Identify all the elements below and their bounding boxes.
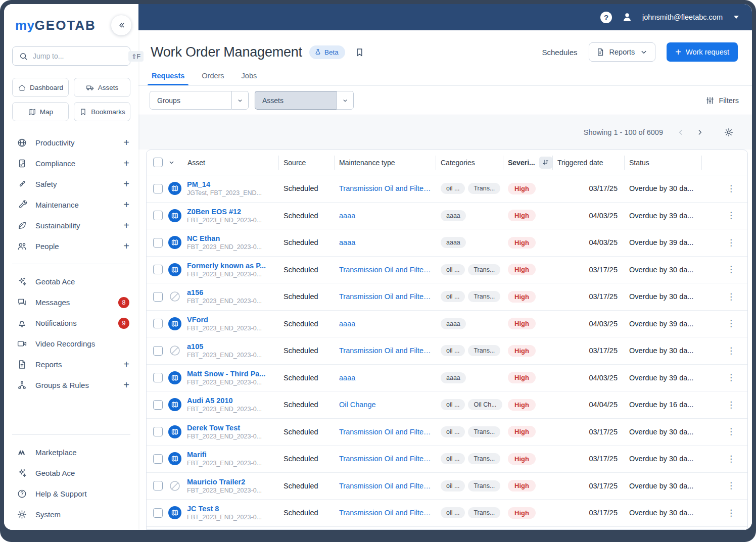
schedules-link[interactable]: Schedules: [542, 48, 578, 57]
table-settings-gear-icon[interactable]: [721, 124, 737, 140]
maintenance-type-link[interactable]: Transmission Oil and Filter...: [339, 266, 431, 274]
asset-name-link[interactable]: NC Ethan: [187, 234, 262, 242]
sidebar-item-geotab-ace[interactable]: Geotab Ace: [4, 463, 138, 483]
maintenance-type-link[interactable]: aaaa: [339, 320, 431, 328]
table-row[interactable]: a105FBT_2023_END_2023-0...ScheduledTrans…: [147, 337, 747, 365]
row-checkbox[interactable]: [153, 292, 163, 302]
asset-name-link[interactable]: JC Test 8: [187, 505, 262, 513]
table-row[interactable]: Derek Tow TestFBT_2023_END_2023-0...Sche…: [147, 419, 747, 446]
row-menu-kebab-icon[interactable]: ⋮: [727, 509, 735, 517]
maintenance-type-link[interactable]: Transmission Oil and Filter...: [339, 292, 431, 301]
row-checkbox[interactable]: [153, 211, 163, 220]
row-checkbox[interactable]: [153, 427, 163, 436]
search-input[interactable]: [33, 52, 124, 60]
row-checkbox[interactable]: [153, 346, 163, 356]
row-checkbox[interactable]: [153, 400, 163, 410]
maintenance-type-link[interactable]: Transmission Oil and Filter...: [339, 347, 431, 355]
sidebar-item-messages[interactable]: Messages8: [4, 292, 138, 313]
sidebar-item-marketplace[interactable]: Marketplace: [4, 442, 138, 463]
row-menu-kebab-icon[interactable]: ⋮: [727, 427, 735, 436]
sidebar-item-people[interactable]: People+: [4, 236, 138, 257]
row-checkbox[interactable]: [153, 454, 163, 464]
bookmark-page-icon[interactable]: [354, 47, 365, 58]
quick-link-bookmarks[interactable]: Bookmarks: [74, 102, 130, 121]
asset-name-link[interactable]: Z0Ben EOS #12: [187, 208, 262, 216]
table-row[interactable]: MarifiFBT_2023_END_2023-0...ScheduledTra…: [147, 446, 747, 473]
quick-link-dashboard[interactable]: Dashboard: [12, 78, 69, 97]
sidebar-item-help-support[interactable]: Help & Support: [4, 483, 138, 504]
help-icon[interactable]: ?: [600, 12, 612, 23]
column-header-status[interactable]: Status: [625, 156, 702, 170]
column-header-categories[interactable]: Categories: [436, 156, 503, 170]
asset-name-link[interactable]: Matt Snow - Third Pa...: [187, 370, 265, 378]
maintenance-type-link[interactable]: Transmission Oil and Filter...: [339, 184, 431, 192]
row-menu-kebab-icon[interactable]: ⋮: [727, 347, 735, 355]
asset-name-link[interactable]: a156: [187, 288, 262, 297]
sidebar-item-safety[interactable]: Safety+: [4, 174, 138, 194]
sidebar-item-reports[interactable]: Reports+: [4, 354, 138, 375]
asset-name-link[interactable]: VFord: [187, 316, 262, 324]
table-row[interactable]: NC EthanFBT_2023_END_2023-0...Scheduleda…: [147, 229, 747, 257]
asset-name-link[interactable]: Formerly known as P...: [187, 262, 266, 270]
row-checkbox[interactable]: [153, 184, 163, 193]
select-menu-chevron-icon[interactable]: [168, 159, 175, 166]
expand-plus-icon[interactable]: +: [123, 220, 129, 231]
sidebar-collapse-button[interactable]: [111, 15, 131, 35]
quick-link-assets[interactable]: Assets: [74, 78, 130, 97]
asset-name-link[interactable]: PM_14: [187, 180, 262, 188]
row-menu-kebab-icon[interactable]: ⋮: [727, 184, 735, 193]
tab-jobs[interactable]: Jobs: [242, 72, 257, 85]
sidebar-item-video-recordings[interactable]: Video Recordings: [4, 333, 138, 354]
tab-orders[interactable]: Orders: [202, 72, 224, 85]
maintenance-type-link[interactable]: aaaa: [339, 374, 431, 382]
row-checkbox[interactable]: [153, 508, 163, 518]
maintenance-type-link[interactable]: aaaa: [339, 212, 431, 220]
row-checkbox[interactable]: [153, 265, 163, 274]
row-menu-kebab-icon[interactable]: ⋮: [727, 455, 735, 463]
expand-plus-icon[interactable]: +: [123, 158, 129, 169]
row-menu-kebab-icon[interactable]: ⋮: [727, 373, 735, 382]
table-row[interactable]: Formerly known as P...FBT_2023_END_2023-…: [147, 257, 747, 284]
row-checkbox[interactable]: [153, 373, 163, 382]
expand-plus-icon[interactable]: +: [123, 178, 129, 190]
sidebar-item-system[interactable]: System: [4, 504, 138, 525]
user-avatar-icon[interactable]: [621, 11, 633, 23]
sidebar-item-sustainability[interactable]: Sustainability+: [4, 215, 138, 236]
row-checkbox[interactable]: [153, 238, 163, 248]
table-row[interactable]: PM_14JGTest, FBT_2023_END...ScheduledTra…: [147, 175, 747, 203]
table-row[interactable]: a156FBT_2023_END_2023-0...ScheduledTrans…: [147, 283, 747, 311]
sort-descending-icon[interactable]: [539, 157, 552, 169]
user-email[interactable]: johnsmith@fleetabc.com: [642, 13, 723, 21]
asset-name-link[interactable]: a105: [187, 342, 262, 351]
expand-plus-icon[interactable]: +: [123, 379, 129, 391]
jump-to-search[interactable]: ⇧F: [12, 46, 130, 66]
sidebar-item-notifications[interactable]: Notifications9: [4, 313, 138, 333]
row-menu-kebab-icon[interactable]: ⋮: [727, 211, 735, 220]
column-header-triggered-date[interactable]: Triggered date: [553, 156, 625, 170]
sidebar-item-productivity[interactable]: Productivity+: [4, 132, 138, 153]
filters-button[interactable]: Filters: [705, 96, 739, 105]
row-menu-kebab-icon[interactable]: ⋮: [727, 238, 735, 247]
table-row[interactable]: JC Test 8FBT_2023_END_2023-0...Scheduled…: [147, 500, 747, 527]
table-row[interactable]: Matt Snow - Third Pa...FBT_2023_END_2023…: [147, 365, 747, 392]
row-checkbox[interactable]: [153, 481, 163, 490]
row-menu-kebab-icon[interactable]: ⋮: [727, 292, 735, 301]
table-row[interactable]: Audi A5 2010FBT_2023_END_2023-0...Schedu…: [147, 391, 747, 419]
expand-plus-icon[interactable]: +: [123, 359, 129, 370]
quick-link-map[interactable]: Map: [12, 102, 69, 121]
work-request-button[interactable]: + Work request: [667, 42, 738, 62]
asset-name-link[interactable]: Mauricio Trailer2: [187, 478, 262, 486]
assets-filter-dropdown[interactable]: Assets: [255, 91, 354, 110]
table-row[interactable]: VFordFBT_2023_END_2023-0...Scheduledaaaa…: [147, 311, 747, 338]
asset-name-link[interactable]: Derek Tow Test: [187, 424, 262, 432]
row-menu-kebab-icon[interactable]: ⋮: [727, 265, 735, 274]
row-menu-kebab-icon[interactable]: ⋮: [727, 481, 735, 490]
column-header-source[interactable]: Source: [279, 156, 335, 170]
table-row[interactable]: Mauricio Trailer2FBT_2023_END_2023-0...S…: [147, 473, 747, 500]
asset-name-link[interactable]: Audi A5 2010: [187, 397, 262, 405]
maintenance-type-link[interactable]: Transmission Oil and Filter...: [339, 482, 431, 490]
expand-plus-icon[interactable]: +: [123, 199, 129, 211]
column-header-severity[interactable]: Severi...: [503, 156, 553, 170]
expand-plus-icon[interactable]: +: [123, 137, 129, 149]
maintenance-type-link[interactable]: Transmission Oil and Filter...: [339, 509, 431, 517]
